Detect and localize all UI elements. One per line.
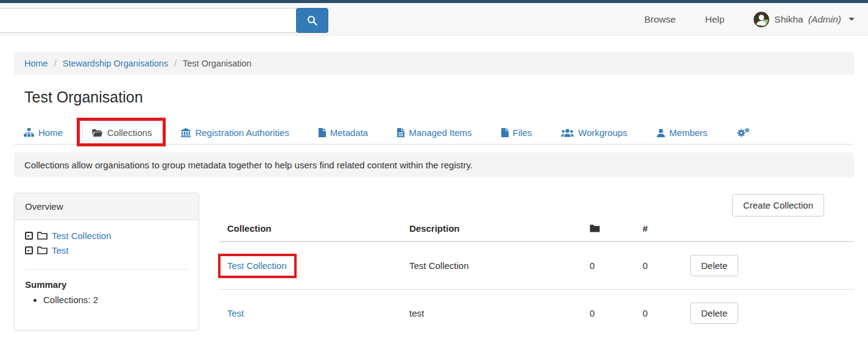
tab-home[interactable]: Home: [14, 121, 72, 145]
sitemap-icon: [24, 128, 34, 137]
breadcrumb-current: Test Organisation: [183, 59, 252, 68]
tab-label: Registration Authorities: [195, 127, 289, 138]
overview-panel: Overview Test Collection: [14, 193, 199, 331]
users-icon: [561, 129, 574, 137]
collection-link-test-collection[interactable]: Test Collection: [227, 260, 287, 271]
collection-description: test: [401, 290, 582, 337]
summary-heading: Summary: [25, 279, 188, 290]
column-header-count: #: [635, 218, 682, 242]
divider: [25, 269, 188, 270]
search-input[interactable]: [0, 8, 297, 33]
collapse-toggle-icon[interactable]: [25, 232, 33, 240]
cogs-icon: [736, 127, 750, 138]
user-role: (Admin): [808, 14, 841, 25]
breadcrumb: Home / Stewardship Organisations / Test …: [14, 52, 854, 75]
table-header-row: Collection Description #: [219, 218, 854, 242]
collection-item-count: 0: [635, 290, 682, 337]
summary-item: Collections: 2: [43, 295, 188, 305]
overview-panel-title: Overview: [15, 193, 199, 220]
tab-label: Collections: [107, 127, 152, 138]
page-container: Home / Stewardship Organisations / Test …: [0, 52, 868, 342]
folder-outline-icon: [37, 246, 48, 254]
table-row: Test Collection Test Collection 0 0 Dele…: [219, 242, 854, 290]
search-group: [0, 8, 328, 33]
folder-open-icon: [92, 129, 103, 137]
summary-list: Collections: 2: [25, 295, 188, 305]
user-menu[interactable]: Shikha (Admin): [753, 12, 855, 27]
help-link[interactable]: Help: [705, 14, 724, 25]
user-icon: [657, 129, 665, 137]
tree-link-test[interactable]: Test: [52, 245, 69, 256]
breadcrumb-separator: /: [174, 59, 177, 68]
chevron-down-icon: [849, 18, 855, 21]
tab-members[interactable]: Members: [647, 121, 718, 145]
tab-managed-items[interactable]: Managed Items: [387, 121, 481, 145]
file-icon: [501, 128, 509, 137]
tree-link-test-collection[interactable]: Test Collection: [52, 231, 111, 241]
bank-icon: [181, 128, 191, 137]
overview-panel-body: Test Collection Test Summary Collections…: [15, 220, 199, 330]
delete-button[interactable]: Delete: [690, 255, 738, 276]
tab-label: Members: [669, 127, 708, 138]
column-header-description: Description: [401, 218, 582, 242]
column-header-actions: [682, 218, 854, 242]
tab-workgroups[interactable]: Workgroups: [551, 121, 637, 145]
file-text-icon: [397, 128, 404, 137]
tab-bar: Home Collections: [14, 121, 854, 145]
collections-main: Create Collection Collection Description: [219, 193, 854, 342]
collection-link-test[interactable]: Test: [227, 308, 244, 318]
table-row: Test test 0 0 Delete: [219, 290, 854, 337]
tab-metadata[interactable]: Metadata: [309, 121, 378, 145]
tab-label: Metadata: [330, 127, 369, 138]
tab-collections[interactable]: Collections: [82, 121, 161, 145]
create-collection-button[interactable]: Create Collection: [732, 194, 824, 217]
tree-item-test: Test: [25, 245, 188, 256]
folder-outline-icon: [37, 232, 48, 240]
tab-label: Workgroups: [578, 127, 627, 138]
header-right: Browse Help Shikha (Admin): [644, 3, 855, 35]
browse-link[interactable]: Browse: [644, 14, 676, 25]
search-button[interactable]: [296, 8, 328, 33]
page-title: Test Organisation: [24, 88, 854, 106]
search-icon: [307, 15, 317, 26]
tab-label: Files: [513, 127, 532, 138]
tab-registration-authorities[interactable]: Registration Authorities: [171, 121, 298, 145]
top-header-bar: Browse Help Shikha (Admin): [0, 3, 868, 35]
user-name: Shikha: [774, 14, 803, 25]
collection-folder-count: 0: [582, 290, 635, 337]
collections-info-text: Collections allow organisations to group…: [14, 152, 854, 177]
collection-item-count: 0: [635, 242, 682, 290]
tab-label: Managed Items: [409, 127, 471, 138]
delete-button[interactable]: Delete: [690, 303, 738, 324]
breadcrumb-separator: /: [54, 59, 57, 68]
folder-icon: [590, 224, 627, 232]
collections-table: Collection Description #: [219, 218, 854, 337]
collection-folder-count: 0: [582, 242, 635, 290]
file-icon: [319, 128, 326, 137]
breadcrumb-home[interactable]: Home: [24, 59, 48, 68]
tab-files[interactable]: Files: [492, 121, 542, 145]
collapse-toggle-icon[interactable]: [25, 246, 33, 254]
column-header-collection: Collection: [219, 218, 401, 242]
column-header-subcollections: [582, 218, 635, 242]
breadcrumb-stewardship-organisations[interactable]: Stewardship Organisations: [63, 59, 168, 68]
tab-label: Home: [38, 127, 63, 138]
content-columns: Overview Test Collection: [14, 193, 854, 342]
tab-settings[interactable]: [727, 121, 760, 145]
collection-description: Test Collection: [401, 242, 582, 290]
avatar: [753, 12, 769, 27]
tree-item-test-collection: Test Collection: [25, 231, 188, 241]
